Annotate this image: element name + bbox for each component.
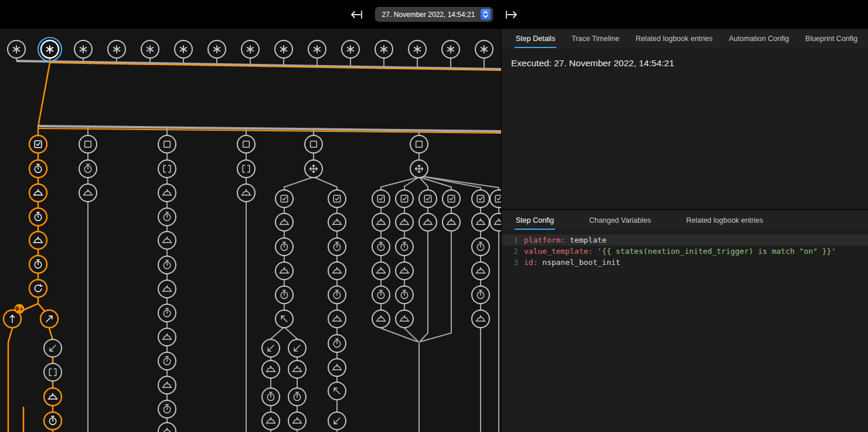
trace-node-timer-icon[interactable]: [158, 352, 176, 370]
trace-node-bell-icon[interactable]: [396, 310, 413, 328]
trace-node-bell-icon[interactable]: [158, 328, 176, 346]
trace-node-timer-icon[interactable]: [372, 238, 390, 256]
tab-changed-variables[interactable]: Changed Variables: [588, 210, 652, 230]
trace-node-bell-icon[interactable]: [237, 184, 255, 202]
trace-node-timer-icon[interactable]: [372, 286, 390, 304]
trace-node-bell-icon[interactable]: [262, 412, 280, 430]
trace-node-check-icon[interactable]: [396, 190, 413, 208]
trace-node-timer-icon[interactable]: [328, 335, 346, 352]
trace-node-bell-icon[interactable]: [328, 359, 346, 376]
trace-node-bell-icon[interactable]: [328, 213, 346, 231]
trace-node-bell-icon[interactable]: [419, 213, 437, 231]
trace-node-timer-icon[interactable]: [158, 256, 176, 274]
trace-node-bell-icon[interactable]: [328, 310, 346, 328]
trace-node-bell-icon[interactable]: [275, 213, 293, 231]
trace-node-bell-icon[interactable]: [472, 262, 489, 280]
trace-node-arrow-down-left-icon[interactable]: [262, 339, 280, 357]
trace-node-square-icon[interactable]: [237, 135, 255, 153]
trace-node-check-icon[interactable]: [490, 190, 501, 208]
trace-node-check-icon[interactable]: [275, 190, 293, 208]
trace-node-asterisk-icon[interactable]: [442, 40, 459, 58]
trace-node-asterisk-icon[interactable]: [175, 40, 192, 58]
trace-node-asterisk-icon[interactable]: [74, 40, 92, 58]
trace-node-check-icon[interactable]: [419, 190, 437, 208]
trace-node-bell-icon[interactable]: [158, 280, 176, 298]
trace-node-bell-icon[interactable]: [262, 360, 280, 378]
trace-node-brackets-icon[interactable]: [158, 160, 176, 178]
trace-node-brackets-icon[interactable]: [237, 160, 255, 178]
trace-node-timer-icon[interactable]: [79, 160, 97, 178]
trace-node-square-icon[interactable]: [410, 135, 428, 153]
trace-node-asterisk-icon[interactable]: [275, 40, 292, 58]
trace-node-asterisk-icon[interactable]: [108, 40, 125, 58]
yaml-editor[interactable]: 1platform: template2value_template: '{{ …: [502, 230, 868, 432]
trace-node-asterisk-icon[interactable]: [375, 40, 393, 58]
previous-trace-button[interactable]: [348, 6, 365, 23]
trace-node-asterisk-icon[interactable]: [409, 40, 426, 58]
trace-node-asterisk-icon[interactable]: [241, 40, 259, 58]
trace-node-bell-icon[interactable]: [372, 310, 390, 328]
trace-node-timer-icon[interactable]: [396, 238, 413, 256]
trace-node-arrow-up-left-icon[interactable]: [328, 382, 346, 400]
trace-node-check-icon[interactable]: [472, 190, 489, 208]
trace-node-bell-icon[interactable]: [29, 184, 47, 202]
trace-node-arrow-down-left-icon[interactable]: [328, 412, 346, 430]
tab-blueprint-config[interactable]: Blueprint Config: [804, 29, 859, 48]
trace-node-brackets-icon[interactable]: [44, 363, 62, 381]
trace-node-timer-icon[interactable]: [44, 412, 62, 430]
trace-node-parallel-icon[interactable]: [410, 160, 428, 178]
trace-node-timer-icon[interactable]: [328, 238, 346, 256]
trace-node-timer-icon[interactable]: [288, 388, 306, 406]
trace-node-bell-icon[interactable]: [372, 213, 390, 231]
trace-node-check-icon[interactable]: [442, 190, 460, 208]
trace-node-bell-icon[interactable]: [372, 262, 390, 280]
trace-node-timer-icon[interactable]: [158, 304, 176, 322]
trace-node-bell-icon[interactable]: [396, 213, 413, 231]
trace-node-timer-icon[interactable]: [275, 286, 293, 304]
tab-step-details[interactable]: Step Details: [515, 29, 556, 48]
trace-node-bell-icon[interactable]: [490, 213, 501, 231]
trace-node-square-icon[interactable]: [305, 135, 322, 153]
trace-node-timer-icon[interactable]: [29, 208, 47, 226]
tab-automation-config[interactable]: Automation Config: [727, 29, 790, 48]
trace-node-repeat-icon[interactable]: [29, 280, 47, 297]
trace-node-timer-icon[interactable]: [158, 400, 176, 418]
trace-graph[interactable]: 9+: [0, 29, 501, 432]
trace-node-arrow-down-left-icon[interactable]: [44, 339, 62, 357]
trace-node-arrow-up-left-icon[interactable]: [275, 310, 293, 328]
trace-node-bell-icon[interactable]: [158, 232, 176, 249]
trace-node-asterisk-icon[interactable]: [208, 40, 226, 58]
trace-node-square-icon[interactable]: [158, 135, 176, 153]
trace-node-bell-icon[interactable]: [79, 184, 97, 202]
trace-node-bell-icon[interactable]: [158, 376, 176, 394]
trace-node-bell-icon[interactable]: [288, 412, 306, 430]
trace-node-bell-icon[interactable]: [158, 423, 176, 432]
trace-node-check-icon[interactable]: [372, 190, 390, 208]
trace-node-bell-icon[interactable]: [158, 184, 176, 202]
trace-node-timer-icon[interactable]: [396, 286, 413, 304]
trace-node-timer-icon[interactable]: [328, 286, 346, 304]
tab-step-config[interactable]: Step Config: [515, 210, 555, 230]
trace-node-timer-icon[interactable]: [472, 238, 489, 256]
trace-node-timer-icon[interactable]: [29, 160, 47, 178]
trace-node-check-icon[interactable]: [328, 190, 346, 208]
trace-node-asterisk-icon[interactable]: [342, 40, 359, 58]
trace-node-bell-icon[interactable]: [44, 388, 62, 406]
trace-node-bell-icon[interactable]: [472, 213, 489, 231]
trace-node-asterisk-icon[interactable]: [141, 40, 159, 58]
trace-node-timer-icon[interactable]: [262, 388, 280, 406]
trace-node-timer-icon[interactable]: [158, 208, 176, 226]
trace-node-arrow-up-right-icon[interactable]: [40, 310, 58, 328]
trace-node-asterisk-icon[interactable]: [308, 40, 326, 58]
trace-node-bell-icon[interactable]: [472, 310, 489, 328]
trace-node-asterisk-icon[interactable]: [475, 40, 493, 58]
trace-node-bell-icon[interactable]: [288, 360, 306, 378]
trace-node-timer-icon[interactable]: [472, 286, 489, 304]
trace-node-asterisk-icon[interactable]: [8, 40, 25, 58]
trace-node-timer-icon[interactable]: [29, 256, 47, 273]
tab-trace-timeline[interactable]: Trace Timeline: [570, 29, 621, 48]
trace-node-arrow-down-left-icon[interactable]: [288, 339, 306, 357]
trace-node-check-icon[interactable]: [29, 135, 47, 153]
trace-run-select[interactable]: 27. November 2022, 14:54:21: [375, 7, 493, 22]
tab-related-logbook-entries[interactable]: Related logbook entries: [634, 29, 713, 48]
